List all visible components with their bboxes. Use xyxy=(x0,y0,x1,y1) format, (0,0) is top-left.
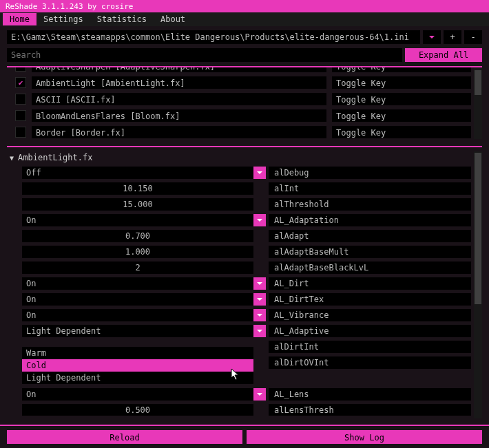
param-label: alDirtInt xyxy=(269,341,471,353)
param-dropdown-button[interactable] xyxy=(253,277,266,290)
param-value[interactable]: On xyxy=(22,293,253,306)
effects-scrollbar[interactable] xyxy=(474,67,482,139)
chevron-down-icon xyxy=(256,296,263,303)
param-label: alDebug xyxy=(269,167,471,179)
spacer xyxy=(253,372,266,385)
param-row: 1.000alAdaptBaseMult xyxy=(22,246,471,258)
chevron-down-icon xyxy=(256,312,263,319)
params-list: Warm Cold Light Dependent OffalDebug10.1… xyxy=(7,167,482,416)
toggle-key-field[interactable]: Toggle Key xyxy=(332,93,471,105)
effect-name: Border [Border.fx] xyxy=(32,126,326,138)
param-label: AL_Adaptation xyxy=(269,214,471,226)
param-value[interactable]: 0.500 xyxy=(22,404,253,416)
spacer xyxy=(253,262,266,274)
param-row: OffalDebug xyxy=(22,167,471,179)
param-value[interactable]: 1.000 xyxy=(22,246,253,258)
scrollbar-thumb[interactable] xyxy=(475,70,481,95)
chevron-down-icon xyxy=(256,217,263,224)
titlebar: ReShade 3.1.1.243 by crosire xyxy=(0,0,489,12)
param-value[interactable]: 10.150 xyxy=(22,182,253,195)
search-row: Expand All xyxy=(0,48,489,66)
spacer xyxy=(253,246,266,258)
reshade-window: ReShade 3.1.1.243 by crosire Home Settin… xyxy=(0,0,489,448)
param-value[interactable]: 2 xyxy=(22,262,253,274)
param-label: alThreshold xyxy=(269,198,471,211)
param-value[interactable]: Off xyxy=(22,167,253,179)
chevron-down-icon xyxy=(256,280,263,287)
param-label: alAdapt xyxy=(269,230,471,242)
search-input[interactable] xyxy=(7,48,402,62)
param-label: alAdaptBaseMult xyxy=(269,246,471,258)
param-row: Light DependentAL_Adaptive xyxy=(22,325,471,337)
toggle-key-field[interactable]: Toggle Key xyxy=(332,76,471,89)
params-section: ▼ AmbientLight.fx Warm Cold Light Depend… xyxy=(7,146,482,420)
effect-checkbox[interactable] xyxy=(15,77,26,88)
chevron-down-icon xyxy=(256,391,263,398)
param-row: 0.700alAdapt xyxy=(22,230,471,242)
effect-checkbox[interactable] xyxy=(15,127,26,138)
show-log-button[interactable]: Show Log xyxy=(247,430,482,444)
menu-about[interactable]: About xyxy=(154,13,192,25)
param-label: AL_Dirt xyxy=(269,277,471,290)
chevron-down-icon xyxy=(428,34,435,41)
param-dropdown-button[interactable] xyxy=(253,388,266,401)
param-row: OnAL_Adaptation xyxy=(22,214,471,226)
param-row: 10.150alInt xyxy=(22,182,471,195)
param-dropdown-button[interactable] xyxy=(253,167,266,179)
toggle-key-field[interactable]: Toggle Key xyxy=(332,126,471,138)
collapse-icon: ▼ xyxy=(10,154,14,162)
param-row: OnAL_Dirt xyxy=(22,277,471,290)
param-label: alDirtOVInt xyxy=(269,356,471,369)
menu-statistics[interactable]: Statistics xyxy=(90,13,154,25)
param-dropdown-button[interactable] xyxy=(253,309,266,321)
reload-button[interactable]: Reload xyxy=(7,430,242,444)
effect-checkbox[interactable] xyxy=(15,110,26,121)
effects-panel: AdaptiveSharpen [AdaptiveSharpen.fx]Togg… xyxy=(7,66,482,139)
param-value[interactable]: On xyxy=(22,388,253,401)
param-dropdown-button[interactable] xyxy=(253,214,266,226)
effect-name: AmbientLight [AmbientLight.fx] xyxy=(32,76,326,89)
effect-checkbox[interactable] xyxy=(15,67,26,72)
preset-add-button[interactable]: + xyxy=(444,30,461,44)
preset-remove-button[interactable]: - xyxy=(464,30,482,44)
toggle-key-field[interactable]: Toggle Key xyxy=(332,109,471,122)
dropdown-option-warm[interactable]: Warm xyxy=(22,347,253,359)
dropdown-option-light-dependent[interactable]: Light Dependent xyxy=(22,372,253,384)
preset-path-input[interactable] xyxy=(7,30,420,44)
menu-home[interactable]: Home xyxy=(3,13,37,25)
spacer xyxy=(253,341,266,353)
scrollbar-thumb[interactable] xyxy=(475,153,481,304)
param-value[interactable]: On xyxy=(22,309,253,321)
toggle-key-field[interactable]: Toggle Key xyxy=(332,67,471,72)
param-row: 15.000alThreshold xyxy=(22,198,471,211)
preset-dropdown-button[interactable] xyxy=(423,30,441,44)
spacer xyxy=(253,404,266,416)
param-value[interactable]: 15.000 xyxy=(22,198,253,211)
effect-checkbox[interactable] xyxy=(15,94,26,105)
param-label: alLensThresh xyxy=(269,404,471,416)
dropdown-option-cold[interactable]: Cold xyxy=(22,359,253,372)
param-dropdown-button[interactable] xyxy=(253,293,266,306)
spacer xyxy=(253,356,266,369)
expand-all-button[interactable]: Expand All xyxy=(405,48,482,62)
effect-row: Border [Border.fx]Toggle Key xyxy=(7,124,471,139)
param-value[interactable]: 0.700 xyxy=(22,230,253,242)
param-dropdown-button[interactable] xyxy=(253,325,266,337)
param-label: alAdaptBaseBlackLvL xyxy=(269,262,471,274)
effect-name: BloomAndLensFlares [Bloom.fx] xyxy=(32,109,326,122)
effect-row: BloomAndLensFlares [Bloom.fx]Toggle Key xyxy=(7,107,471,124)
menubar: Home Settings Statistics About xyxy=(0,12,489,26)
spacer xyxy=(253,230,266,242)
param-row: 2alAdaptBaseBlackLvL xyxy=(22,262,471,274)
bottom-bar: Reload Show Log xyxy=(0,425,489,448)
param-value[interactable]: On xyxy=(22,214,253,226)
menu-settings[interactable]: Settings xyxy=(37,13,90,25)
param-value[interactable]: Light Dependent xyxy=(22,325,253,337)
spacer xyxy=(253,182,266,195)
section-header[interactable]: ▼ AmbientLight.fx xyxy=(7,151,482,167)
params-scrollbar[interactable] xyxy=(474,151,482,418)
param-row: 0.500alLensThresh xyxy=(22,404,471,416)
param-row: OnAL_Lens xyxy=(22,388,471,401)
param-value[interactable]: On xyxy=(22,277,253,290)
effects-list: AdaptiveSharpen [AdaptiveSharpen.fx]Togg… xyxy=(7,67,482,139)
